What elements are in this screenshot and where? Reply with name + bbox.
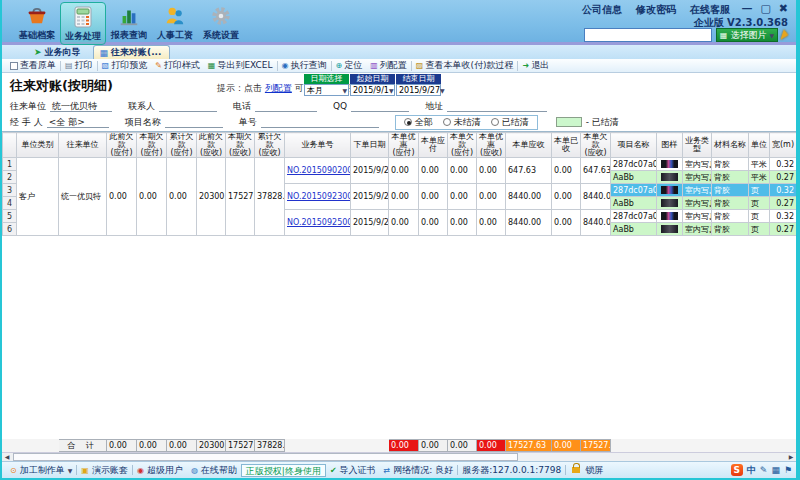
image-path-input[interactable] bbox=[584, 28, 712, 42]
col-header[interactable]: 单位类别 bbox=[17, 133, 59, 158]
run-query-button[interactable]: ◉执行查询 bbox=[278, 59, 331, 72]
ime-keyboard-icon[interactable]: ▦ bbox=[771, 465, 780, 475]
col-header[interactable]: 往来单位 bbox=[59, 133, 107, 158]
sogou-icon[interactable]: S bbox=[731, 464, 743, 476]
company-info-link[interactable]: 公司信息 bbox=[582, 3, 622, 17]
report-header: 往来对账(按明细) 提示：点击 列配置 可以隐藏不需要的列 日期选择 本月▼ 起… bbox=[2, 73, 796, 96]
pattern-thumbnail bbox=[661, 212, 678, 220]
partner-input[interactable]: 统一优贝特 bbox=[50, 100, 112, 112]
handler-input[interactable]: <全 部> bbox=[47, 116, 109, 128]
minimize-button[interactable]: — bbox=[741, 2, 752, 15]
col-header[interactable]: 本期欠款 (应付) bbox=[137, 133, 167, 158]
tab-reconciliation[interactable]: ▦ 往来对账(... bbox=[93, 45, 171, 59]
online-help-button[interactable]: ◍ 在线帮助 bbox=[187, 464, 241, 477]
maximize-button[interactable]: ▢ bbox=[760, 2, 770, 15]
col-header[interactable]: 图样 bbox=[657, 133, 683, 158]
locate-button[interactable]: ⊕定位 bbox=[332, 59, 367, 72]
col-header[interactable]: 累计欠款 (应付) bbox=[167, 133, 197, 158]
nav-item-business[interactable]: 业务处理 bbox=[60, 2, 106, 45]
col-header[interactable]: 本单优惠 (应收) bbox=[477, 133, 506, 158]
lock-screen-button[interactable]: 锁屏 bbox=[566, 464, 607, 477]
col-header[interactable]: 本单应付 bbox=[419, 133, 448, 158]
col-header[interactable]: 业务类型 bbox=[683, 133, 712, 158]
start-date-select[interactable]: 2015/9/1▼ bbox=[350, 84, 395, 96]
choose-image-button[interactable]: ▦ 选择图片 ▼ bbox=[716, 28, 778, 42]
col-header[interactable]: 下单日期 bbox=[351, 133, 389, 158]
print-button[interactable]: ▤打印 bbox=[61, 59, 97, 72]
col-header[interactable]: 本期欠款 (应收) bbox=[226, 133, 255, 158]
radio-settled[interactable]: 已结清 bbox=[491, 116, 529, 129]
contact-input[interactable] bbox=[159, 100, 217, 112]
qq-input[interactable] bbox=[351, 100, 409, 112]
nav-item-hr-payroll[interactable]: 人事工资 bbox=[152, 2, 198, 45]
horizontal-scrollbar[interactable]: ◀ ▶ bbox=[2, 452, 796, 461]
online-service-link[interactable]: 在线客服 bbox=[690, 3, 730, 17]
ime-pen-icon[interactable]: ✎ bbox=[760, 465, 768, 475]
super-user-button[interactable]: ◉ 超级用户 bbox=[133, 464, 187, 477]
radio-all[interactable]: 全部 bbox=[404, 116, 433, 129]
exit-button[interactable]: ➜退出 bbox=[518, 59, 553, 72]
print-preview-button[interactable]: ▧打印预览 bbox=[98, 59, 152, 72]
address-input[interactable] bbox=[447, 100, 547, 112]
cell-pay: 0.00 bbox=[419, 158, 448, 184]
export-excel-button[interactable]: ▦导出到EXCEL bbox=[204, 59, 277, 72]
col-header[interactable]: 项目名称 bbox=[611, 133, 657, 158]
scroll-left-icon[interactable]: ◀ bbox=[2, 453, 12, 461]
import-cert-button[interactable]: ✔ 导入证书 bbox=[326, 464, 380, 477]
cell-pay: 0.00 bbox=[419, 210, 448, 236]
column-config-button[interactable]: ▥列配置 bbox=[366, 59, 411, 72]
nav-item-base-archives[interactable]: 基础档案 bbox=[14, 2, 60, 45]
close-button[interactable]: ✖ bbox=[779, 2, 788, 15]
demo-account-button[interactable]: ▣ 演示账套 bbox=[77, 464, 132, 477]
order-no-input[interactable] bbox=[261, 116, 379, 128]
order-link[interactable]: NO.201509020021 bbox=[287, 166, 351, 175]
date-range-select[interactable]: 本月▼ bbox=[304, 84, 349, 96]
col-header[interactable]: 本单已收 bbox=[552, 133, 581, 158]
print-style-button[interactable]: ✎打印样式 bbox=[151, 59, 204, 72]
work-order-dropdown[interactable]: ⊙ 加工制作单 ▼ bbox=[6, 464, 76, 477]
col-header[interactable]: 本单欠款 (应收) bbox=[581, 133, 611, 158]
end-date-header: 结束日期 bbox=[396, 74, 441, 84]
total-prev-receivable: 20300.90 bbox=[197, 440, 226, 452]
end-date-select[interactable]: 2015/9/27▼ bbox=[396, 84, 441, 96]
total-owe-pay: 0.00 bbox=[448, 440, 477, 452]
table-row[interactable]: 1 客户 统一优贝特 0.00 0.00 0.00 20300.90 17527… bbox=[3, 158, 797, 171]
page-title: 往来对账(按明细) bbox=[10, 77, 113, 95]
col-header[interactable]: 此前欠款 (应付) bbox=[107, 133, 137, 158]
scroll-right-icon[interactable]: ▶ bbox=[786, 453, 796, 461]
col-header[interactable]: 单位 bbox=[749, 133, 770, 158]
radio-icon bbox=[491, 118, 499, 126]
radio-icon bbox=[443, 118, 451, 126]
col-header[interactable]: 业务单号 bbox=[285, 133, 351, 158]
tab-business-wizard[interactable]: ➤ 业务向导 bbox=[28, 45, 89, 59]
col-header[interactable]: 材料名称 bbox=[712, 133, 749, 158]
project-input[interactable] bbox=[165, 116, 223, 128]
reconciliation-grid: 单位类别 往来单位 此前欠款 (应付) 本期欠款 (应付) 累计欠款 (应付) … bbox=[2, 132, 796, 452]
radio-unsettled[interactable]: 未结清 bbox=[443, 116, 481, 129]
ime-tool-icon[interactable]: ⚑ bbox=[784, 465, 792, 475]
col-header[interactable]: 本单应收 bbox=[506, 133, 552, 158]
order-link[interactable]: NO.201509230002 bbox=[287, 192, 351, 201]
phone-input[interactable] bbox=[255, 100, 317, 112]
nav-item-reports[interactable]: 报表查询 bbox=[106, 2, 152, 45]
col-header[interactable]: 本单欠款 (应付) bbox=[448, 133, 477, 158]
ime-language-toggle[interactable]: 中 bbox=[747, 464, 756, 477]
cell-acc-payable: 0.00 bbox=[167, 158, 197, 236]
address-label: 地址 bbox=[425, 100, 443, 113]
view-original-checkbox[interactable]: 查看原单 bbox=[6, 59, 60, 72]
order-link[interactable]: NO.201509250001 bbox=[287, 218, 351, 227]
col-header[interactable]: 累计欠款 (应收) bbox=[255, 133, 285, 158]
network-status: ⇄ 网络情况: 良好 bbox=[380, 464, 458, 477]
change-password-link[interactable]: 修改密码 bbox=[636, 3, 676, 17]
col-header[interactable]: 此前欠款 (应收) bbox=[197, 133, 226, 158]
col-header[interactable]: 本单优惠 (应付) bbox=[389, 133, 419, 158]
nav-item-settings[interactable]: 系统设置 bbox=[198, 2, 244, 45]
cell-recv: 8440.00 bbox=[506, 184, 552, 210]
column-config-link[interactable]: 列配置 bbox=[265, 83, 292, 93]
col-header[interactable]: 宽(m) bbox=[770, 133, 797, 158]
chevron-down-icon: ▼ bbox=[440, 87, 445, 94]
wizard-icon: ➤ bbox=[34, 47, 42, 57]
scrollbar-thumb[interactable] bbox=[13, 453, 518, 461]
phone-label: 电话 bbox=[233, 100, 251, 113]
view-payment-process-button[interactable]: ▨查看本单收(付)款过程 bbox=[412, 59, 518, 72]
